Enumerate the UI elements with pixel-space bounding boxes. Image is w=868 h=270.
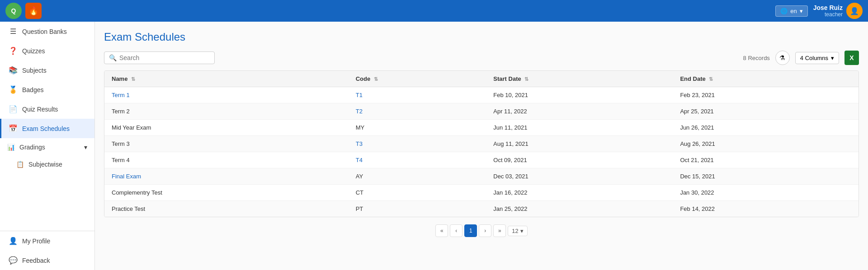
col-header-code[interactable]: Code ⇅ <box>349 71 486 87</box>
table-row: Term 1 T1 Feb 10, 2021 Feb 23, 2021 <box>104 87 859 103</box>
sidebar-item-label: Subjects <box>22 67 47 74</box>
cell-end-date: Feb 23, 2021 <box>673 87 859 103</box>
main-layout: ☰ Question Banks ❓ Quizzes 📚 Subjects 🏅 … <box>0 22 868 270</box>
language-selector[interactable]: 🌐 en ▾ <box>775 5 807 17</box>
pagination-next[interactable]: › <box>479 224 491 237</box>
cell-start-date: Jan 25, 2022 <box>486 201 673 217</box>
language-label: en <box>790 8 797 14</box>
quiz-results-icon: 📄 <box>9 105 18 113</box>
export-button[interactable]: X <box>844 51 859 65</box>
cell-name: Term 3 <box>104 136 349 152</box>
sidebar-group-gradings: 📊 Gradings ▾ 📋 Subjectwise <box>0 138 94 172</box>
cell-start-date: Jun 11, 2021 <box>486 120 673 136</box>
cell-name: Complementry Test <box>104 185 349 201</box>
cell-start-date: Apr 11, 2022 <box>486 103 673 120</box>
user-text: Jose Ruiz teacher <box>813 4 843 18</box>
sidebar-item-subjects[interactable]: 📚 Subjects <box>0 61 94 80</box>
cell-end-date: Jun 26, 2021 <box>673 120 859 136</box>
columns-selector[interactable]: 4 Columns ▾ <box>795 52 839 64</box>
user-info: Jose Ruiz teacher 👤 <box>813 3 863 19</box>
table-row: Complementry Test CT Jan 16, 2022 Jan 30… <box>104 185 859 201</box>
pagination-prev[interactable]: ‹ <box>450 224 462 237</box>
subjectwise-label: Subjectwise <box>28 161 62 168</box>
filter-icon: ⚗ <box>779 54 785 61</box>
feedback-icon: 💬 <box>9 256 18 265</box>
search-input[interactable] <box>119 54 210 61</box>
cell-end-date: Dec 15, 2021 <box>673 168 859 185</box>
cell-end-date: Apr 25, 2021 <box>673 103 859 120</box>
my-profile-icon: 👤 <box>9 237 18 245</box>
cell-code: PT <box>349 201 486 217</box>
table-row: Mid Year Exam MY Jun 11, 2021 Jun 26, 20… <box>104 120 859 136</box>
question-banks-icon: ☰ <box>9 27 18 36</box>
sidebar-item-exam-schedules[interactable]: 📅 Exam Schedules <box>0 119 94 138</box>
cell-code[interactable]: T2 <box>349 103 486 120</box>
sidebar-bottom: 👤 My Profile 💬 Feedback <box>0 231 94 270</box>
sort-icon-name: ⇅ <box>131 76 135 82</box>
my-profile-label: My Profile <box>22 237 50 245</box>
sidebar-item-feedback[interactable]: 💬 Feedback <box>0 251 94 270</box>
gradings-icon: 📊 <box>7 144 15 151</box>
cell-start-date: Aug 11, 2021 <box>486 136 673 152</box>
cell-code: MY <box>349 120 486 136</box>
sidebar-item-badges[interactable]: 🏅 Badges <box>0 80 94 99</box>
gradings-chevron-icon: ▾ <box>84 144 87 151</box>
subjectwise-icon: 📋 <box>16 161 24 168</box>
header-logos: Q 🔥 <box>5 3 42 19</box>
sidebar-item-label: Exam Schedules <box>22 125 70 132</box>
sidebar: ☰ Question Banks ❓ Quizzes 📚 Subjects 🏅 … <box>0 22 95 270</box>
sidebar-item-label: Quiz Results <box>22 106 58 113</box>
lang-chevron-icon: ▾ <box>800 8 803 14</box>
cell-name[interactable]: Final Exam <box>104 168 349 185</box>
sidebar-item-label: Question Banks <box>22 28 67 35</box>
user-role: teacher <box>813 11 843 18</box>
page-size-value: 12 <box>512 228 518 234</box>
table-row: Term 2 T2 Apr 11, 2022 Apr 25, 2021 <box>104 103 859 120</box>
cell-name: Mid Year Exam <box>104 120 349 136</box>
sidebar-item-quizzes[interactable]: ❓ Quizzes <box>0 41 94 61</box>
cell-code[interactable]: T3 <box>349 136 486 152</box>
records-count: 8 Records <box>743 55 770 61</box>
gradings-header-left: 📊 Gradings <box>7 144 45 151</box>
cell-code[interactable]: T1 <box>349 87 486 103</box>
col-header-end-date[interactable]: End Date ⇅ <box>673 71 859 87</box>
page-size-selector[interactable]: 12 ▾ <box>508 226 527 236</box>
cell-name: Practice Test <box>104 201 349 217</box>
table-body: Term 1 T1 Feb 10, 2021 Feb 23, 2021 Term… <box>104 87 859 217</box>
pagination-page-1[interactable]: 1 <box>464 224 477 237</box>
cell-end-date: Oct 21, 2021 <box>673 152 859 168</box>
subjects-icon: 📚 <box>9 66 18 74</box>
filter-button[interactable]: ⚗ <box>775 51 790 65</box>
sidebar-gradings-header[interactable]: 📊 Gradings ▾ <box>0 138 94 156</box>
feedback-label: Feedback <box>22 257 50 264</box>
table-row: Term 4 T4 Oct 09, 2021 Oct 21, 2021 <box>104 152 859 168</box>
cell-start-date: Oct 09, 2021 <box>486 152 673 168</box>
sidebar-item-question-banks[interactable]: ☰ Question Banks <box>0 22 94 41</box>
app-header: Q 🔥 🌐 en ▾ Jose Ruiz teacher 👤 <box>0 0 868 22</box>
sidebar-item-label: Quizzes <box>22 47 45 55</box>
user-avatar[interactable]: 👤 <box>846 3 863 19</box>
sort-icon-code: ⇅ <box>374 76 378 82</box>
sidebar-item-subjectwise[interactable]: 📋 Subjectwise <box>0 156 94 172</box>
cell-code[interactable]: T4 <box>349 152 486 168</box>
search-box: 🔍 <box>104 51 215 64</box>
pagination-last[interactable]: » <box>493 224 506 237</box>
page-size-chevron-icon: ▾ <box>520 228 524 234</box>
table-row: Practice Test PT Jan 25, 2022 Feb 14, 20… <box>104 201 859 217</box>
gradings-label: Gradings <box>19 144 45 151</box>
quizzes-icon: ❓ <box>9 47 18 55</box>
sort-icon-start-date: ⇅ <box>524 76 528 82</box>
search-icon: 🔍 <box>109 54 117 61</box>
cell-name: Term 4 <box>104 152 349 168</box>
sidebar-item-label: Badges <box>22 86 43 93</box>
sidebar-item-quiz-results[interactable]: 📄 Quiz Results <box>0 99 94 119</box>
cell-name: Term 2 <box>104 103 349 120</box>
cell-end-date: Aug 26, 2021 <box>673 136 859 152</box>
cell-name[interactable]: Term 1 <box>104 87 349 103</box>
pagination-first[interactable]: « <box>435 224 448 237</box>
col-header-start-date[interactable]: Start Date ⇅ <box>486 71 673 87</box>
sidebar-item-my-profile[interactable]: 👤 My Profile <box>0 231 94 251</box>
main-content: Exam Schedules 🔍 8 Records ⚗ 4 Columns ▾… <box>95 22 868 270</box>
exam-schedules-table: Name ⇅ Code ⇅ Start Date ⇅ End Date ⇅ Te… <box>104 70 859 217</box>
col-header-name[interactable]: Name ⇅ <box>104 71 349 87</box>
